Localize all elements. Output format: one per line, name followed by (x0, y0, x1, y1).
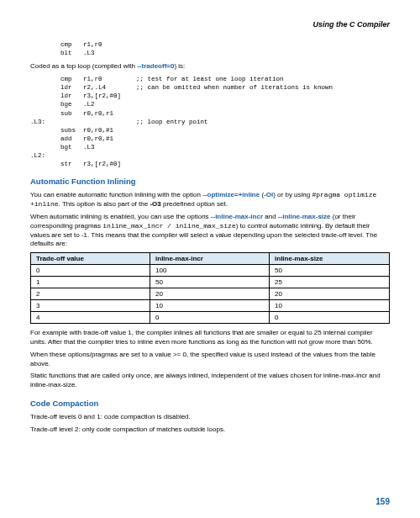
text: ) or by using (273, 191, 312, 198)
table-header: Trade-off value (31, 253, 150, 265)
inlining-defaults-table: Trade-off value inline-max-incr inline-m… (30, 252, 390, 324)
para-afi-2: When automatic inlining is enabled, you … (30, 213, 390, 249)
table-cell: 3 (31, 300, 150, 312)
code-block-1: cmp r1,r0 blt .L3 (30, 40, 390, 57)
table-cell: 0 (150, 312, 270, 324)
table-row: 4 0 0 (31, 312, 390, 324)
table-cell: 2 (31, 288, 150, 300)
heading-automatic-function-inlining: Automatic Function Inlining (30, 177, 390, 186)
option-Oi: -Oi (264, 191, 273, 198)
table-header: inline-max-size (270, 253, 390, 265)
table-row: 0 100 50 (31, 265, 390, 277)
para-afi-4: When these options/pragmas are set to a … (30, 351, 390, 369)
table-row: 3 10 10 (31, 300, 390, 312)
table-cell: 20 (270, 288, 390, 300)
text: When automatic inlining is enabled, you … (30, 213, 211, 220)
heading-code-compaction: Code Compaction (30, 399, 390, 408)
text: You can enable automatic function inlini… (30, 191, 202, 198)
para-afi-3: For example with trade-off value 1, the … (30, 329, 390, 347)
running-head: Using the C Compiler (30, 20, 390, 29)
table-cell: 25 (270, 277, 390, 288)
option-inline-max-size: --inline-max-size (278, 213, 331, 220)
table-cell: 50 (150, 277, 270, 288)
code-block-2: cmp r1,r0 ;; test for at least one loop … (30, 75, 390, 168)
para-afi-1: You can enable automatic function inlini… (30, 191, 390, 209)
table-cell: 100 (150, 265, 270, 277)
pragmas-inline-max: inline_max_incr / inline_max_size (102, 222, 235, 230)
table-row: 2 20 20 (31, 288, 390, 300)
table-cell: 20 (150, 288, 270, 300)
page-number: 159 (375, 497, 390, 506)
table-cell: 0 (270, 312, 390, 324)
table-cell: 10 (270, 300, 390, 312)
para-cc-1: Trade-off levels 0 and 1: code compactio… (30, 413, 390, 422)
table-cell: 0 (31, 265, 150, 277)
text: and (263, 213, 278, 220)
table-cell: 10 (150, 300, 270, 312)
para-afi-5: Static functions that are called only on… (30, 372, 390, 390)
table-row: 1 50 25 (31, 277, 390, 288)
option-optimize-inline: --optimize=+inline (202, 191, 260, 198)
table-cell: 50 (270, 265, 390, 277)
option-tradeoff-0: --tradeoff=0 (137, 62, 174, 70)
option-inline-max-incr: --inline-max-incr (211, 213, 263, 220)
table-header: inline-max-incr (150, 253, 270, 265)
text: predefined option set. (161, 200, 228, 208)
text: ) is: (174, 62, 185, 70)
option-O3: -O3 (150, 200, 160, 208)
text: . This option is also part of the (59, 200, 150, 208)
page-container: Using the C Compiler cmp r1,r0 blt .L3 C… (0, 0, 420, 518)
table-header-row: Trade-off value inline-max-incr inline-m… (31, 253, 390, 265)
table-cell: 1 (31, 277, 150, 288)
para-cc-2: Trade-off level 2: only code compaction … (30, 426, 390, 435)
text: Coded as a top loop (compiled with (30, 62, 137, 70)
table-cell: 4 (31, 312, 150, 324)
para-coded-as-top: Coded as a top loop (compiled with --tra… (30, 62, 390, 71)
